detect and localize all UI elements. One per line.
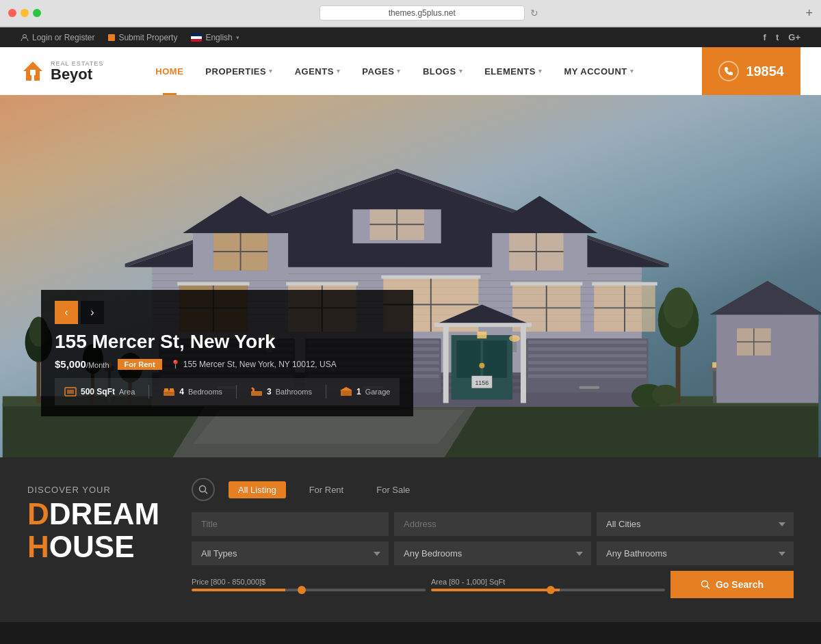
types-select[interactable]: All Types [192, 541, 389, 565]
new-tab-button[interactable]: + [805, 6, 813, 21]
main-navigation: Real Estates Beyot HOME PROPERTIES ▾ AGE… [0, 47, 821, 95]
for-rent-badge: For Rent [118, 359, 162, 370]
range-row: Price [800 - 850,000]$ Area [80 - 1,000]… [192, 571, 794, 598]
twitter-icon[interactable]: t [776, 32, 779, 42]
svg-marker-118 [709, 281, 821, 315]
bed-icon [163, 387, 175, 397]
feature-bedrooms: 4 Bedrooms [163, 387, 222, 397]
refresh-icon[interactable]: ↻ [530, 8, 538, 18]
discover-label: DISCOVER YOUR [27, 485, 164, 495]
submit-icon [108, 34, 115, 41]
svg-rect-93 [579, 386, 599, 389]
minimize-dot[interactable] [21, 9, 29, 17]
svg-rect-52 [286, 282, 358, 286]
svg-rect-89 [528, 354, 647, 358]
area-icon [64, 387, 77, 397]
flag-icon [191, 33, 202, 42]
svg-rect-126 [164, 388, 168, 392]
svg-rect-128 [251, 391, 262, 396]
price-range-group: Price [800 - 850,000]$ [192, 578, 426, 591]
address-input[interactable] [394, 512, 591, 536]
logo-text: Real Estates Beyot [51, 60, 103, 82]
area-range-label: Area [80 - 1,000] SqFt [431, 578, 665, 586]
svg-point-130 [252, 388, 254, 390]
dream-line2: HOUSE [27, 531, 164, 563]
svg-rect-133 [343, 392, 350, 396]
hero-section: 1156 [0, 95, 821, 457]
search-button-icon [701, 580, 710, 589]
facebook-icon[interactable]: f [764, 32, 766, 42]
nav-item-elements[interactable]: ELEMENTS ▾ [473, 47, 553, 95]
svg-rect-127 [170, 388, 174, 392]
dream-house-text: DDREAM HOUSE [27, 498, 164, 564]
bath-icon [250, 387, 263, 397]
price-range-label: Price [800 - 850,000]$ [192, 578, 426, 586]
myaccount-arrow: ▾ [630, 68, 634, 75]
submit-property-link[interactable]: Submit Property [108, 33, 177, 42]
feature-bathrooms: 3 Bathrooms [250, 387, 312, 397]
slider-prev-button[interactable]: ‹ [55, 301, 78, 324]
nav-item-home[interactable]: HOME [144, 47, 194, 95]
browser-titlebar: themes.g5plus.net ↻ + [0, 0, 821, 27]
property-title: 155 Mercer St, New York [55, 331, 400, 353]
tab-for-sale[interactable]: For Sale [367, 481, 419, 498]
property-address: 📍 155 Mercer St, New York, NY 10012, USA [170, 360, 337, 369]
nav-item-blogs[interactable]: BLOGS ▾ [412, 47, 473, 95]
phone-icon [718, 61, 739, 81]
area-range-group: Area [80 - 1,000] SqFt [431, 578, 665, 591]
user-icon [21, 33, 29, 42]
bathrooms-select[interactable]: Any Bathrooms [597, 541, 794, 565]
feature-divider-1 [148, 385, 149, 399]
svg-marker-132 [340, 387, 352, 390]
svg-line-137 [707, 587, 709, 589]
nav-item-myaccount[interactable]: MY ACCOUNT ▾ [553, 47, 644, 95]
close-dot[interactable] [8, 9, 16, 17]
maximize-dot[interactable] [33, 9, 41, 17]
language-selector[interactable]: English ▾ [191, 33, 239, 42]
tab-all-listing[interactable]: All Listing [229, 481, 286, 498]
property-overlay: ‹ › 155 Mercer St, New York $5,000/Month… [41, 290, 413, 416]
logo-icon [21, 59, 45, 83]
go-search-button[interactable]: Go Search [670, 571, 794, 598]
tab-for-rent[interactable]: For Rent [300, 481, 354, 498]
area-range-slider[interactable] [431, 589, 665, 591]
search-section: DISCOVER YOUR DDREAM HOUSE All Listing [0, 457, 821, 622]
login-register-link[interactable]: Login or Register [21, 33, 94, 42]
svg-rect-90 [528, 361, 647, 364]
svg-point-106 [664, 288, 694, 329]
address-bar-container: themes.g5plus.net ↻ [52, 5, 805, 21]
top-bar: Login or Register Submit Property Englis… [0, 27, 821, 47]
bedrooms-select[interactable]: Any Bedrooms [394, 541, 591, 565]
svg-rect-48 [177, 282, 249, 286]
svg-rect-116 [712, 362, 716, 368]
svg-rect-95 [521, 325, 526, 403]
nav-item-pages[interactable]: PAGES ▾ [351, 47, 412, 95]
feature-divider-2 [236, 385, 237, 399]
nav-item-agents[interactable]: AGENTS ▾ [284, 47, 352, 95]
svg-rect-2 [30, 70, 36, 75]
feature-divider-3 [326, 385, 326, 399]
svg-rect-125 [164, 392, 174, 393]
property-meta: $5,000/Month For Rent 📍 155 Mercer St, N… [55, 358, 400, 370]
website-content: Login or Register Submit Property Englis… [0, 27, 821, 622]
search-form-row2: All Types Any Bedrooms Any Bathrooms [192, 541, 794, 565]
logo[interactable]: Real Estates Beyot [21, 59, 103, 83]
googleplus-icon[interactable]: G+ [788, 32, 800, 42]
blogs-arrow: ▾ [459, 68, 463, 75]
pages-arrow: ▾ [397, 68, 401, 75]
language-arrow: ▾ [236, 34, 239, 41]
phone-button[interactable]: 19854 [702, 47, 800, 95]
nav-item-properties[interactable]: PROPERTIES ▾ [194, 47, 283, 95]
svg-rect-64 [592, 282, 657, 286]
address-input[interactable]: themes.g5plus.net [320, 5, 525, 21]
svg-rect-94 [443, 325, 449, 403]
svg-point-110 [652, 385, 679, 405]
price-range-slider[interactable] [192, 589, 426, 591]
search-panel: All Listing For Rent For Sale All Cities [192, 478, 794, 598]
slider-next-button[interactable]: › [81, 301, 104, 324]
title-input[interactable] [192, 512, 389, 536]
cities-select[interactable]: All Cities [597, 512, 794, 536]
svg-rect-92 [528, 375, 647, 378]
property-price: $5,000/Month [55, 358, 109, 370]
svg-point-84 [479, 363, 484, 368]
